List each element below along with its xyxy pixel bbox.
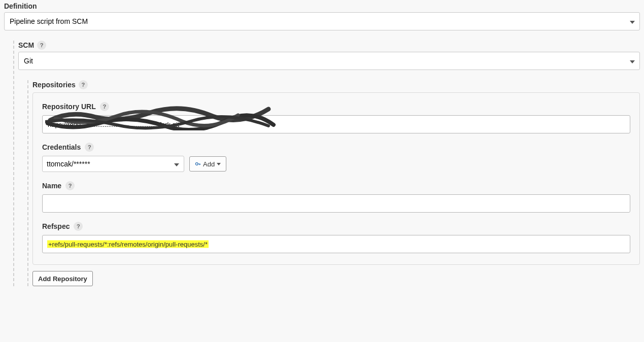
add-button-label: Add bbox=[203, 160, 215, 168]
repo-url-label: Repository URL bbox=[42, 102, 96, 111]
refspec-input[interactable] bbox=[42, 235, 630, 253]
scm-label: SCM bbox=[18, 41, 34, 49]
credentials-label: Credentials bbox=[42, 143, 81, 151]
help-icon[interactable]: ? bbox=[65, 181, 75, 190]
help-icon[interactable]: ? bbox=[79, 80, 88, 89]
add-repository-label: Add Repository bbox=[38, 275, 87, 283]
svg-point-0 bbox=[195, 163, 198, 165]
credentials-select[interactable]: ttomcak/****** bbox=[42, 156, 184, 172]
repositories-label: Repositories bbox=[32, 81, 76, 89]
scm-select[interactable]: Git bbox=[18, 52, 640, 70]
caret-down-icon bbox=[217, 163, 221, 165]
name-input[interactable] bbox=[42, 194, 630, 213]
refspec-label: Refspec bbox=[42, 222, 70, 230]
definition-label: Definition bbox=[4, 0, 640, 12]
repository-block: Repository URL ? bbox=[32, 92, 640, 265]
add-repository-button[interactable]: Add Repository bbox=[32, 271, 93, 286]
help-icon[interactable]: ? bbox=[37, 41, 46, 50]
name-label: Name bbox=[42, 182, 61, 190]
key-icon bbox=[195, 161, 201, 167]
add-credentials-button[interactable]: Add bbox=[189, 156, 226, 172]
definition-select[interactable]: Pipeline script from SCM bbox=[4, 12, 640, 30]
definition-label-text: Definition bbox=[4, 2, 37, 10]
repo-url-input[interactable] bbox=[42, 115, 630, 133]
help-icon[interactable]: ? bbox=[85, 143, 94, 152]
help-icon[interactable]: ? bbox=[100, 102, 109, 111]
help-icon[interactable]: ? bbox=[74, 222, 83, 231]
